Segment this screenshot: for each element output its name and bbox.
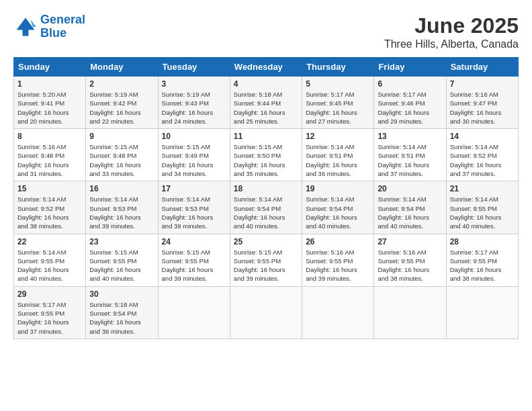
- table-row: 28Sunrise: 5:17 AM Sunset: 9:55 PM Dayli…: [446, 234, 518, 286]
- day-number: 30: [89, 289, 154, 299]
- logo-text: General Blue: [40, 13, 85, 40]
- day-info: Sunrise: 5:16 AM Sunset: 9:55 PM Dayligh…: [306, 248, 370, 283]
- header-wednesday: Wednesday: [230, 58, 302, 77]
- table-row: 13Sunrise: 5:14 AM Sunset: 9:51 PM Dayli…: [374, 129, 446, 181]
- svg-marker-0: [17, 17, 35, 36]
- day-number: 4: [234, 79, 298, 89]
- header-friday: Friday: [374, 58, 446, 77]
- day-info: Sunrise: 5:16 AM Sunset: 9:47 PM Dayligh…: [450, 90, 515, 126]
- day-number: 20: [378, 184, 442, 193]
- day-info: Sunrise: 5:14 AM Sunset: 9:54 PM Dayligh…: [378, 195, 442, 230]
- table-row: 14Sunrise: 5:14 AM Sunset: 9:52 PM Dayli…: [446, 129, 518, 181]
- day-info: Sunrise: 5:17 AM Sunset: 9:46 PM Dayligh…: [378, 90, 442, 126]
- day-info: Sunrise: 5:17 AM Sunset: 9:55 PM Dayligh…: [450, 248, 515, 283]
- header-monday: Monday: [86, 58, 158, 77]
- day-info: Sunrise: 5:15 AM Sunset: 9:55 PM Dayligh…: [234, 248, 298, 283]
- day-info: Sunrise: 5:16 AM Sunset: 9:55 PM Dayligh…: [378, 248, 442, 283]
- table-row: [158, 286, 230, 338]
- day-info: Sunrise: 5:15 AM Sunset: 9:50 PM Dayligh…: [234, 142, 298, 178]
- day-info: Sunrise: 5:14 AM Sunset: 9:52 PM Dayligh…: [450, 142, 515, 178]
- table-row: 17Sunrise: 5:14 AM Sunset: 9:53 PM Dayli…: [158, 181, 230, 234]
- table-row: [230, 286, 302, 338]
- table-row: 25Sunrise: 5:15 AM Sunset: 9:55 PM Dayli…: [230, 234, 302, 286]
- day-info: Sunrise: 5:18 AM Sunset: 9:54 PM Dayligh…: [89, 300, 154, 336]
- table-row: 29Sunrise: 5:17 AM Sunset: 9:55 PM Dayli…: [14, 286, 86, 338]
- header-sunday: Sunday: [14, 58, 86, 77]
- day-number: 9: [89, 132, 154, 141]
- day-info: Sunrise: 5:14 AM Sunset: 9:52 PM Dayligh…: [17, 195, 82, 230]
- day-number: 21: [450, 184, 515, 193]
- table-row: 11Sunrise: 5:15 AM Sunset: 9:50 PM Dayli…: [230, 129, 302, 181]
- day-number: 3: [162, 79, 226, 89]
- table-row: 12Sunrise: 5:14 AM Sunset: 9:51 PM Dayli…: [302, 129, 374, 181]
- table-row: 8Sunrise: 5:16 AM Sunset: 9:48 PM Daylig…: [14, 129, 86, 181]
- day-number: 16: [89, 184, 154, 193]
- table-row: 7Sunrise: 5:16 AM Sunset: 9:47 PM Daylig…: [446, 77, 518, 129]
- day-info: Sunrise: 5:14 AM Sunset: 9:55 PM Dayligh…: [17, 248, 82, 283]
- table-row: 30Sunrise: 5:18 AM Sunset: 9:54 PM Dayli…: [86, 286, 158, 338]
- header-saturday: Saturday: [446, 58, 518, 77]
- week-row-1: 1Sunrise: 5:20 AM Sunset: 9:41 PM Daylig…: [14, 77, 519, 129]
- day-number: 25: [234, 237, 298, 246]
- day-number: 6: [378, 79, 442, 89]
- day-number: 23: [89, 237, 154, 246]
- table-row: 18Sunrise: 5:14 AM Sunset: 9:54 PM Dayli…: [230, 181, 302, 234]
- table-row: 21Sunrise: 5:14 AM Sunset: 9:55 PM Dayli…: [446, 181, 518, 234]
- table-row: 6Sunrise: 5:17 AM Sunset: 9:46 PM Daylig…: [374, 77, 446, 129]
- day-info: Sunrise: 5:16 AM Sunset: 9:48 PM Dayligh…: [17, 142, 82, 178]
- day-info: Sunrise: 5:14 AM Sunset: 9:53 PM Dayligh…: [89, 195, 154, 230]
- table-row: 22Sunrise: 5:14 AM Sunset: 9:55 PM Dayli…: [14, 234, 86, 286]
- day-number: 5: [306, 79, 370, 89]
- day-info: Sunrise: 5:15 AM Sunset: 9:49 PM Dayligh…: [162, 142, 226, 178]
- day-number: 2: [89, 79, 154, 89]
- day-number: 11: [234, 132, 298, 141]
- day-info: Sunrise: 5:15 AM Sunset: 9:48 PM Dayligh…: [89, 142, 154, 178]
- table-row: 16Sunrise: 5:14 AM Sunset: 9:53 PM Dayli…: [86, 181, 158, 234]
- day-number: 24: [162, 237, 226, 246]
- table-row: 23Sunrise: 5:15 AM Sunset: 9:55 PM Dayli…: [86, 234, 158, 286]
- table-row: [446, 286, 518, 338]
- logo-icon: [13, 15, 38, 39]
- table-row: [302, 286, 374, 338]
- day-info: Sunrise: 5:19 AM Sunset: 9:43 PM Dayligh…: [162, 90, 226, 126]
- table-row: 4Sunrise: 5:18 AM Sunset: 9:44 PM Daylig…: [230, 77, 302, 129]
- day-info: Sunrise: 5:14 AM Sunset: 9:54 PM Dayligh…: [306, 195, 370, 230]
- table-row: 9Sunrise: 5:15 AM Sunset: 9:48 PM Daylig…: [86, 129, 158, 181]
- table-row: 15Sunrise: 5:14 AM Sunset: 9:52 PM Dayli…: [14, 181, 86, 234]
- calendar-subtitle: Three Hills, Alberta, Canada: [384, 38, 519, 50]
- page-header: General Blue June 2025 Three Hills, Albe…: [13, 13, 519, 50]
- day-info: Sunrise: 5:14 AM Sunset: 9:55 PM Dayligh…: [450, 195, 515, 230]
- table-row: 19Sunrise: 5:14 AM Sunset: 9:54 PM Dayli…: [302, 181, 374, 234]
- day-info: Sunrise: 5:18 AM Sunset: 9:44 PM Dayligh…: [234, 90, 298, 126]
- day-number: 17: [162, 184, 226, 193]
- title-block: June 2025 Three Hills, Alberta, Canada: [384, 13, 519, 50]
- day-info: Sunrise: 5:14 AM Sunset: 9:51 PM Dayligh…: [306, 142, 370, 178]
- day-number: 15: [17, 184, 82, 193]
- table-row: 3Sunrise: 5:19 AM Sunset: 9:43 PM Daylig…: [158, 77, 230, 129]
- logo: General Blue: [13, 13, 85, 40]
- day-number: 8: [17, 132, 82, 141]
- day-number: 18: [234, 184, 298, 193]
- day-info: Sunrise: 5:15 AM Sunset: 9:55 PM Dayligh…: [89, 248, 154, 283]
- day-info: Sunrise: 5:17 AM Sunset: 9:55 PM Dayligh…: [17, 300, 82, 336]
- day-info: Sunrise: 5:14 AM Sunset: 9:51 PM Dayligh…: [378, 142, 442, 178]
- day-number: 14: [450, 132, 515, 141]
- day-number: 10: [162, 132, 226, 141]
- day-info: Sunrise: 5:14 AM Sunset: 9:54 PM Dayligh…: [234, 195, 298, 230]
- day-info: Sunrise: 5:14 AM Sunset: 9:53 PM Dayligh…: [162, 195, 226, 230]
- header-row: Sunday Monday Tuesday Wednesday Thursday…: [14, 58, 519, 77]
- day-info: Sunrise: 5:19 AM Sunset: 9:42 PM Dayligh…: [89, 90, 154, 126]
- day-number: 13: [378, 132, 442, 141]
- table-row: 20Sunrise: 5:14 AM Sunset: 9:54 PM Dayli…: [374, 181, 446, 234]
- calendar-table: Sunday Monday Tuesday Wednesday Thursday…: [13, 57, 519, 339]
- table-row: [374, 286, 446, 338]
- table-row: 10Sunrise: 5:15 AM Sunset: 9:49 PM Dayli…: [158, 129, 230, 181]
- table-row: 27Sunrise: 5:16 AM Sunset: 9:55 PM Dayli…: [374, 234, 446, 286]
- day-number: 1: [17, 79, 82, 89]
- header-thursday: Thursday: [302, 58, 374, 77]
- header-tuesday: Tuesday: [158, 58, 230, 77]
- day-number: 19: [306, 184, 370, 193]
- table-row: 2Sunrise: 5:19 AM Sunset: 9:42 PM Daylig…: [86, 77, 158, 129]
- calendar-title: June 2025: [384, 13, 519, 38]
- day-number: 12: [306, 132, 370, 141]
